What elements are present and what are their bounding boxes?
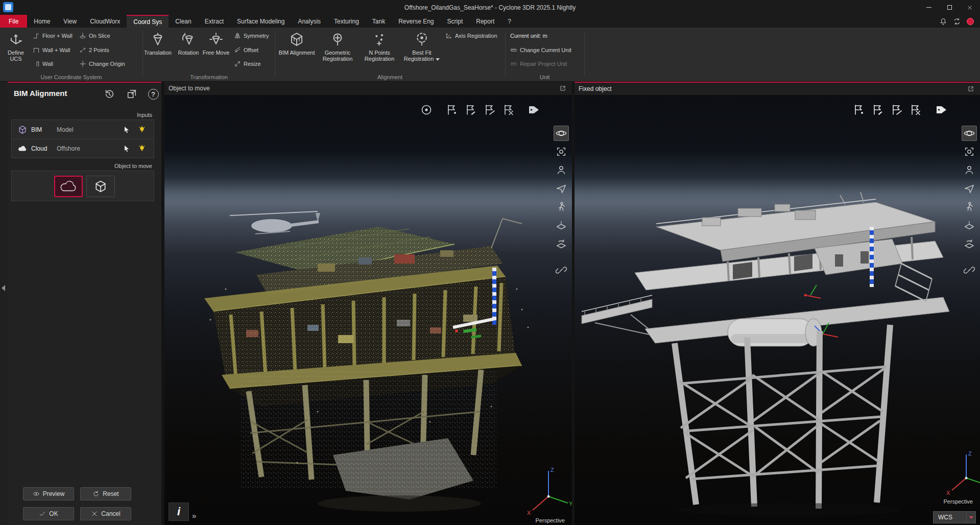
highlight-bim-button[interactable] — [136, 124, 148, 135]
pop-out-viewport-button[interactable] — [966, 84, 976, 94]
tab-report[interactable]: Report — [469, 15, 501, 28]
viewpoint-button[interactable] — [962, 162, 977, 178]
repair-project-unit-button[interactable]: Repair Project Unit — [510, 58, 567, 69]
detach-panel-button[interactable] — [125, 87, 138, 101]
maximize-button[interactable] — [939, 0, 960, 15]
label-delete-icon[interactable] — [907, 101, 924, 118]
change-current-unit-button[interactable]: Change Current Unit — [510, 44, 571, 56]
label-hide-icon[interactable] — [888, 101, 905, 118]
pick-cloud-button[interactable] — [121, 143, 132, 154]
floor-wall-button[interactable]: Floor + Wall — [33, 30, 73, 41]
rotate-plane-button[interactable] — [554, 236, 569, 251]
translation-icon — [150, 32, 165, 47]
viewpoint-button[interactable] — [554, 162, 569, 178]
rotation-button[interactable]: Rotation — [174, 29, 203, 56]
projection-mode-label[interactable]: Perspective — [944, 498, 973, 505]
fly-mode-button[interactable] — [962, 181, 977, 196]
tab-coord-sys[interactable]: Coord Sys — [127, 15, 169, 28]
viewport-canvas[interactable]: i » Z X Y Perspective — [164, 95, 572, 525]
external-link-icon — [559, 85, 566, 92]
info-popup-button[interactable]: i » — [169, 503, 196, 521]
tag-icon[interactable] — [933, 101, 950, 118]
axis-registration-button[interactable]: Axis Registration — [445, 30, 497, 41]
resize-button[interactable]: Resize — [234, 58, 261, 69]
move-model-toggle[interactable] — [86, 176, 115, 197]
symmetry-button[interactable]: Symmetry — [234, 30, 269, 41]
define-ucs-button[interactable]: Define UCS — [1, 29, 31, 62]
tab-surface-modeling[interactable]: Surface Modeling — [230, 15, 291, 28]
translation-button[interactable]: Translation — [143, 29, 173, 56]
inputs-section-label: Inputs — [137, 112, 152, 118]
coordinate-system-dropdown[interactable]: WCS — [933, 511, 976, 523]
on-slice-button[interactable]: On Slice — [79, 30, 110, 41]
link-views-button[interactable] — [962, 262, 977, 278]
tag-icon[interactable] — [525, 101, 542, 118]
label-hide-icon[interactable] — [481, 101, 498, 118]
walk-icon — [556, 201, 567, 212]
label-delete-icon[interactable] — [500, 101, 517, 118]
label-point-icon[interactable] — [850, 101, 868, 118]
n-points-registration-button[interactable]: N Points Registration — [361, 29, 398, 62]
tab-texturing[interactable]: Texturing — [327, 15, 366, 28]
two-points-button[interactable]: 2 Points — [79, 44, 109, 56]
help-button[interactable]: ? — [147, 87, 160, 101]
wall-button[interactable]: Wall — [33, 58, 53, 69]
section-plane-button[interactable] — [554, 218, 569, 233]
change-origin-button[interactable]: Change Origin — [79, 58, 125, 69]
tag-toolbar — [933, 101, 950, 120]
offset-button[interactable]: Offset — [234, 44, 258, 56]
rotate-view-button[interactable] — [554, 126, 569, 141]
unit-ruler-icon — [510, 46, 517, 54]
minimize-button[interactable] — [919, 0, 939, 15]
label-point-icon[interactable] — [443, 101, 461, 118]
cad-model-render[interactable] — [575, 95, 980, 525]
zoom-fit-button[interactable] — [554, 144, 569, 159]
resize-icon — [234, 60, 241, 67]
free-move-button[interactable]: Free Move — [202, 29, 230, 56]
point-cloud-render[interactable] — [164, 95, 572, 525]
section-plane-button[interactable] — [962, 218, 977, 233]
close-icon — [967, 5, 973, 11]
bim-alignment-button[interactable]: BIM Alignment — [278, 29, 316, 56]
tab-clean[interactable]: Clean — [169, 15, 198, 28]
tab-script[interactable]: Script — [441, 15, 470, 28]
rotate-view-button[interactable] — [962, 126, 977, 141]
geometric-registration-button[interactable]: Geometric Registration — [319, 29, 356, 62]
tab-reverse-eng[interactable]: Reverse Eng — [392, 15, 440, 28]
tab-file[interactable]: File — [0, 15, 27, 28]
tab-help[interactable]: ? — [501, 15, 518, 28]
cancel-button[interactable]: Cancel — [80, 507, 131, 520]
tab-home[interactable]: Home — [27, 15, 57, 28]
zoom-fit-button[interactable] — [962, 144, 977, 159]
walk-mode-button[interactable] — [554, 199, 569, 214]
projection-mode-label[interactable]: Perspective — [536, 517, 565, 523]
viewport-canvas[interactable]: Z X Y Perspective WCS — [575, 95, 980, 525]
walk-mode-button[interactable] — [962, 199, 977, 214]
tab-analysis[interactable]: Analysis — [291, 15, 327, 28]
ok-button[interactable]: OK — [23, 507, 74, 520]
reset-button[interactable]: Reset — [80, 487, 131, 500]
tab-extract[interactable]: Extract — [198, 15, 230, 28]
pick-bim-button[interactable] — [121, 124, 132, 135]
tab-tank[interactable]: Tank — [366, 15, 392, 28]
wall-wall-button[interactable]: Wall + Wall — [33, 44, 70, 56]
fly-mode-button[interactable] — [554, 181, 569, 196]
tab-cloudworx[interactable]: CloudWorx — [83, 15, 127, 28]
panel-collapse-strip[interactable] — [0, 82, 8, 525]
group-label-alignment: Alignment — [275, 74, 505, 80]
pop-out-viewport-button[interactable] — [558, 83, 568, 93]
link-views-button[interactable] — [554, 262, 569, 278]
highlight-cloud-button[interactable] — [136, 143, 148, 154]
restore-defaults-button[interactable] — [103, 87, 116, 101]
tab-view[interactable]: View — [57, 15, 83, 28]
label-edit-icon[interactable] — [869, 101, 887, 118]
preview-button[interactable]: Preview — [23, 487, 74, 500]
notifications-bell-icon[interactable] — [939, 17, 947, 26]
navigation-ball-icon[interactable] — [418, 101, 435, 118]
move-cloud-toggle[interactable] — [54, 176, 83, 197]
rotate-plane-button[interactable] — [962, 236, 977, 251]
sync-icon[interactable] — [953, 17, 961, 26]
close-button[interactable] — [960, 0, 980, 15]
best-fit-registration-button[interactable]: Best Fit Registration — [402, 29, 442, 62]
label-edit-icon[interactable] — [462, 101, 480, 118]
